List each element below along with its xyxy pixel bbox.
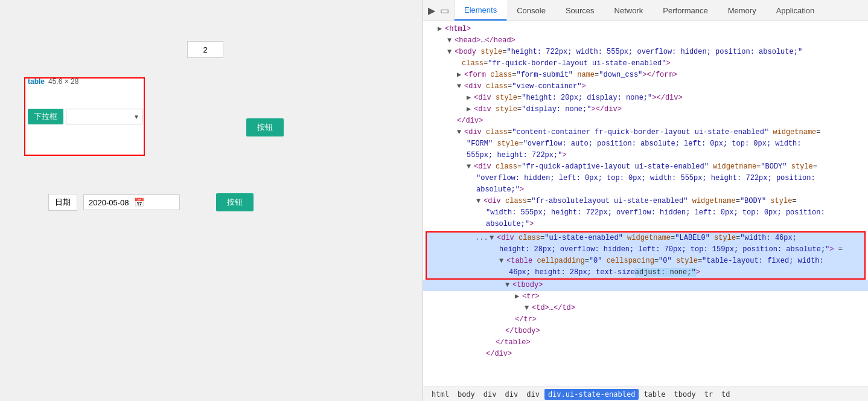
breadcrumb-tbody[interactable]: tbody	[671, 389, 700, 400]
tooltip-tag: table	[28, 77, 45, 86]
breadcrumb-div-ui[interactable]: div.ui-state-enabled	[544, 389, 639, 400]
tab-console[interactable]: Console	[507, 0, 556, 21]
html-line-td: <td>…</td>	[423, 303, 868, 314]
html-line-content-container-2: "FORM" style="overflow: auto; position: …	[423, 138, 868, 150]
dropdown-arrow-icon: ▼	[133, 114, 139, 120]
html-line-close-div: </div>	[423, 348, 868, 360]
devtools-panel: ▶ ▭ Elements Console Sources Network Per…	[423, 0, 868, 401]
date-label: 日期	[48, 194, 77, 211]
html-line-view-container: <div class="view-container">	[423, 81, 868, 92]
tab-sources[interactable]: Sources	[556, 0, 605, 21]
html-line-table-2: 46px; height: 28px; text-sizeadjust: non…	[427, 267, 864, 278]
tab-application[interactable]: Application	[767, 0, 825, 21]
red-border-section: ... <div class="ui-state-enabled" widget…	[426, 231, 866, 280]
dropdown-row: 下拉框 ▼	[28, 109, 142, 124]
date-row: 日期 2020-05-08 📅 按钮	[48, 193, 254, 211]
html-line-absolute-2: "width: 555px; height: 722px; overflow: …	[423, 207, 868, 219]
table-widget: table 45.6 × 28 下拉框 ▼	[24, 77, 145, 156]
button2[interactable]: 按钮	[216, 193, 254, 211]
table-tooltip: table 45.6 × 28	[28, 77, 78, 86]
html-line-content-container: <div class="content-container fr-quick-b…	[423, 127, 868, 138]
breadcrumb-div1[interactable]: div	[480, 389, 500, 400]
devtools-tabs: Elements Console Sources Network Perform…	[455, 0, 825, 21]
html-line-close-tr: </tr>	[423, 314, 868, 326]
number-value: 2	[203, 45, 207, 54]
html-line-div-h20: <div style="height: 20px; display: none;…	[423, 92, 868, 104]
number-box: 2	[187, 41, 223, 58]
html-line-head: <head>…</head>	[423, 35, 868, 47]
breadcrumb-div3[interactable]: div	[523, 389, 543, 400]
breadcrumb-div2[interactable]: div	[502, 389, 522, 400]
html-line-table: <table cellpadding="0" cellspacing="0" s…	[427, 255, 864, 267]
breadcrumb-bar: html body div div div div.ui-state-enabl…	[423, 387, 868, 401]
html-line-tbody: <tbody>	[423, 280, 868, 291]
button1[interactable]: 按钮	[246, 118, 284, 136]
tab-performance[interactable]: Performance	[653, 0, 718, 21]
breadcrumb-td[interactable]: td	[718, 389, 733, 400]
devtools-topbar: ▶ ▭ Elements Console Sources Network Per…	[423, 0, 868, 21]
html-line-adaptive-3: absolute;">	[423, 184, 868, 196]
cursor-icon[interactable]: ▶	[428, 5, 435, 16]
date-value: 2020-05-08	[89, 198, 129, 207]
tooltip-dims: 45.6 × 28	[48, 77, 78, 86]
tab-network[interactable]: Network	[605, 0, 654, 21]
html-line-content-container-3: 555px; height: 722px;">	[423, 150, 868, 161]
html-line-close-table: </table>	[423, 337, 868, 348]
html-line-absolute: <div class="fr-absolutelayout ui-state-e…	[423, 196, 868, 207]
tab-memory[interactable]: Memory	[718, 0, 767, 21]
device-icon[interactable]: ▭	[440, 5, 449, 16]
calendar-icon: 📅	[134, 197, 144, 207]
html-line-body: <body style="height: 722px; width: 555px…	[423, 47, 868, 58]
tab-elements[interactable]: Elements	[455, 0, 507, 21]
html-line-adaptive-2: "overflow: hidden; left: 0px; top: 0px; …	[423, 173, 868, 184]
breadcrumb-tr[interactable]: tr	[701, 389, 716, 400]
devtools-icons: ▶ ▭	[423, 0, 455, 21]
html-line-tr: <tr>	[423, 291, 868, 303]
dropdown-select[interactable]: ▼	[66, 109, 142, 124]
date-input[interactable]: 2020-05-08 📅	[83, 194, 180, 210]
html-line-absolute-3: absolute;">	[423, 219, 868, 230]
devtools-content[interactable]: <html> <head>…</head> <body style="heigh…	[423, 21, 868, 387]
html-line-close-tbody: </tbody>	[423, 326, 868, 337]
html-line-html: <html>	[423, 24, 868, 35]
html-line-form: <form class="form-submit" name="down_css…	[423, 69, 868, 81]
html-line-div-none: <div style="display: none;"></div>	[423, 104, 868, 115]
html-line-body-class: class="fr-quick-border-layout ui-state-e…	[423, 58, 868, 69]
breadcrumb-html[interactable]: html	[428, 389, 453, 400]
html-line-close-view: </div>	[423, 115, 868, 127]
breadcrumb-body[interactable]: body	[454, 389, 479, 400]
html-line-adaptive: <div class="fr-quick-adaptive-layout ui-…	[423, 161, 868, 173]
preview-panel: 2 table 45.6 × 28 下拉框 ▼ 按钮 日期 2020-05-08…	[0, 0, 423, 401]
html-line-ui-state: ... <div class="ui-state-enabled" widget…	[427, 233, 864, 244]
dropdown-label-btn[interactable]: 下拉框	[28, 109, 63, 124]
html-line-ui-state-2: height: 28px; overflow: hidden; left: 70…	[427, 244, 864, 255]
breadcrumb-table[interactable]: table	[640, 389, 669, 400]
